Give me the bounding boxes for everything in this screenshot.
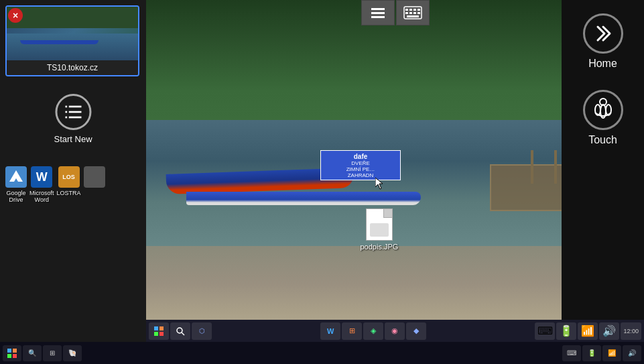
left-panel: × TS10.tokoz.cz GoogleDrive W MicrosoftW…: [0, 0, 146, 342]
bottom-battery[interactable]: 🔋: [582, 345, 601, 361]
svg-rect-22: [154, 332, 158, 336]
svg-rect-18: [417, 12, 420, 14]
taskbar-battery[interactable]: 🔋: [556, 322, 576, 340]
svg-rect-8: [371, 12, 385, 14]
svg-rect-2: [65, 111, 67, 113]
session-close-button[interactable]: ×: [8, 8, 23, 23]
misc-icon: [84, 166, 105, 188]
dock-post-3: [531, 150, 533, 184]
file-image-icon: [366, 208, 393, 241]
boat-2: [186, 192, 421, 205]
session-card: × TS10.tokoz.cz: [5, 5, 139, 76]
taskbar-word[interactable]: W: [320, 322, 340, 340]
svg-rect-20: [154, 326, 158, 330]
bottom-strip: 🔍 ⊞ 🐚 ⌨ 🔋 📶 🔊: [0, 342, 644, 364]
taskbar-search[interactable]: [170, 322, 190, 340]
cortana-icon: ⬡: [199, 327, 205, 335]
svg-rect-30: [7, 349, 11, 353]
svg-rect-32: [7, 354, 11, 358]
bottom-keyboard[interactable]: ⌨: [562, 345, 581, 361]
bottom-speaker[interactable]: 🔊: [623, 345, 641, 361]
outlook-taskbar-icon: ⊞: [349, 326, 355, 335]
app3-taskbar-icon: ◈: [371, 326, 376, 335]
taskbar-clock: 12:00: [621, 322, 641, 340]
taskbar-app5[interactable]: ◆: [406, 322, 426, 340]
home-button[interactable]: Home: [562, 7, 644, 76]
session-thumbnail: [7, 7, 138, 60]
list-icon: [62, 101, 84, 123]
session-label: TS10.tokoz.cz: [7, 60, 138, 75]
desktop-icon-google-drive[interactable]: GoogleDrive: [5, 166, 27, 203]
chevron-right-icon: [591, 21, 615, 46]
svg-rect-31: [13, 349, 17, 353]
desktop-icon-lostra[interactable]: LOS LOSTRA: [57, 166, 81, 203]
boat-banner: dafe DVEŘE ZIMNÍ PE… ZAHRADN: [320, 150, 401, 180]
file-icon-label: podpis.JPG: [360, 243, 398, 251]
taskbar-outlook[interactable]: ⊞: [342, 322, 362, 340]
svg-rect-13: [413, 9, 416, 11]
svg-rect-4: [65, 117, 67, 119]
svg-rect-19: [407, 15, 419, 17]
svg-rect-11: [405, 9, 408, 11]
taskbar-network[interactable]: 📶: [578, 322, 598, 340]
svg-rect-7: [371, 8, 385, 10]
desktop-icon-misc[interactable]: [84, 166, 105, 203]
lostra-label: LOSTRA: [57, 190, 81, 196]
taskbar-app4[interactable]: ◉: [385, 322, 405, 340]
start-new-button[interactable]: Start New: [54, 94, 92, 144]
toolbar-menu-button[interactable]: [361, 0, 395, 25]
svg-line-25: [182, 332, 184, 335]
close-icon: ×: [13, 10, 18, 21]
svg-rect-5: [68, 117, 81, 119]
svg-rect-9: [371, 16, 385, 18]
svg-rect-14: [417, 9, 420, 11]
touch-button-icon: [583, 90, 623, 130]
desktop-icons-area: GoogleDrive W MicrosoftWord LOS LOSTRA: [0, 161, 146, 208]
svg-rect-23: [159, 332, 164, 336]
taskbar-app3[interactable]: ◈: [363, 322, 383, 340]
word-taskbar-icon: W: [327, 327, 334, 335]
touch-icon: [591, 98, 615, 122]
thumbnail-forest: [7, 7, 138, 28]
taskbar-keyboard[interactable]: ⌨: [535, 322, 555, 340]
svg-rect-12: [409, 9, 412, 11]
keyboard-icon: [403, 6, 422, 19]
home-label: Home: [588, 58, 617, 70]
bottom-taskbar-apps[interactable]: ⊞: [43, 345, 62, 361]
bottom-taskbar-search[interactable]: 🔍: [23, 345, 42, 361]
file-icon-podpis[interactable]: podpis.JPG: [360, 208, 398, 251]
search-icon: [176, 326, 185, 336]
start-new-icon: [55, 94, 91, 130]
svg-rect-16: [409, 12, 412, 14]
toolbar-keyboard-button[interactable]: [396, 0, 430, 25]
right-panel: Home Touch: [562, 0, 644, 342]
taskbar-start[interactable]: [149, 322, 169, 340]
bottom-windows-icon: [7, 349, 17, 358]
svg-rect-17: [413, 12, 416, 14]
bottom-taskbar-start[interactable]: [3, 345, 21, 361]
taskbar-cortana[interactable]: ⬡: [192, 322, 212, 340]
bottom-signal[interactable]: 📶: [602, 345, 621, 361]
menu-icon: [371, 7, 385, 19]
touch-button[interactable]: Touch: [562, 83, 644, 153]
clock-display: 12:00: [623, 328, 639, 335]
windows-icon: [153, 326, 164, 337]
thumbnail-water: [7, 34, 138, 60]
word-label: MicrosoftWord: [29, 190, 54, 203]
svg-rect-3: [68, 111, 81, 113]
svg-rect-21: [159, 326, 164, 330]
remote-toolbar: [361, 0, 430, 25]
app5-taskbar-icon: ◆: [413, 326, 419, 335]
app4-taskbar-icon: ◉: [391, 326, 398, 335]
svg-rect-0: [65, 106, 67, 108]
lostra-icon: LOS: [58, 166, 80, 188]
google-drive-label: GoogleDrive: [6, 190, 25, 203]
bottom-taskbar-shell[interactable]: 🐚: [63, 345, 82, 361]
desktop-icon-word[interactable]: W MicrosoftWord: [29, 166, 54, 203]
google-drive-icon: [5, 166, 27, 188]
thumbnail-boat: [20, 40, 99, 44]
start-new-label: Start New: [54, 134, 92, 144]
svg-rect-15: [405, 12, 408, 14]
dock-post-2: [554, 150, 557, 184]
taskbar-sound[interactable]: 🔊: [599, 322, 619, 340]
